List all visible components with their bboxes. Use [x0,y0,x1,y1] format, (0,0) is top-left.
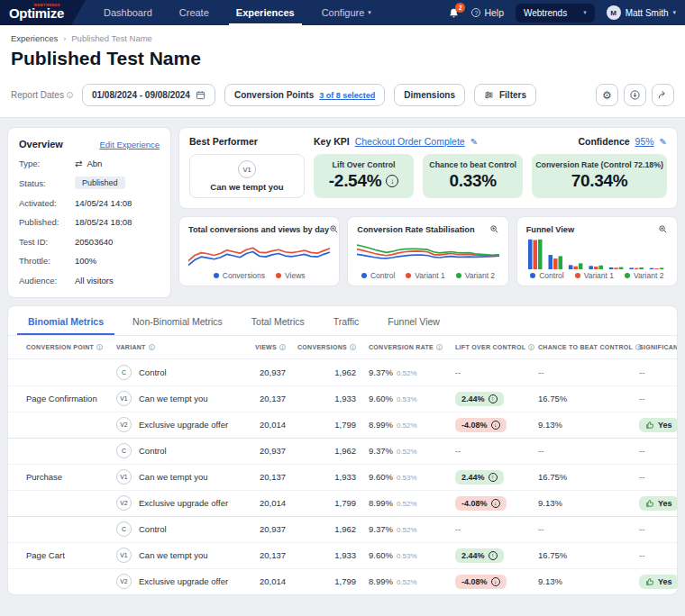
trend-down-icon: ↓ [491,577,500,586]
legend-item[interactable]: Conversions [214,271,265,280]
tab-non-binomial-metrics[interactable]: Non-Binomial Metrics [131,306,224,335]
date-range-value: 01/08/2024 - 09/08/2024 [92,90,190,100]
settings-button[interactable]: ⚙ [596,84,618,106]
chart-title: Total conversions and views by day [188,225,329,234]
tab-traffic[interactable]: Traffic [332,306,361,335]
nav-dashboard[interactable]: Dashboard [104,0,152,25]
workspace-selector[interactable]: Webtrends ▾ [516,4,595,23]
info-icon[interactable]: i [149,344,155,350]
legend-item[interactable]: Variant 1 [406,271,444,280]
table-row: CControl20,9371,9629.37%0.52%------ [8,516,677,542]
kpi-card-label: Chance to beat Control [429,160,516,169]
help-button[interactable]: ? Help [471,7,504,18]
rate-value: 8.99% [369,498,393,508]
info-icon[interactable]: i [528,344,534,350]
info-icon[interactable]: i [96,344,103,350]
nav-configure[interactable]: Configure▾ [322,0,371,25]
variant-name: Control [139,446,167,456]
rate-confidence-interval: 0.52% [397,500,417,508]
trend-up-icon: ↑ [489,473,498,482]
chevron-down-icon: ▾ [583,9,587,16]
user-menu[interactable]: M Matt Smith ▾ [607,5,676,20]
rate-confidence-interval: 0.53% [397,395,417,403]
variant-badge: V2 [116,417,132,432]
legend-item[interactable]: Variant 2 [625,271,663,280]
info-icon[interactable]: i [279,344,286,350]
lift-over-control-card: Lift Over Control -2.54%↓ [314,154,414,198]
edit-pencil-icon[interactable]: ✎ [470,137,478,147]
filters-button[interactable]: Filters [474,84,536,106]
conversion-points-selection-link[interactable]: 3 of 8 selected [319,91,375,100]
lift-over-control-cell: 2.44%↑ [455,470,538,485]
key-kpi-link[interactable]: Checkout Order Complete [355,136,465,147]
table-body: CControl20,9371,9629.37%0.52%------Page … [8,359,677,594]
info-icon[interactable]: i [350,344,356,350]
best-performer-card[interactable]: V1 Can we tempt you [189,154,305,198]
conversions-cell: 1,799 [298,420,369,430]
chart-legend: ControlVariant 1Variant 2 [357,271,498,280]
notifications-button[interactable]: 2 [448,7,460,19]
date-range-picker[interactable]: 01/08/2024 - 09/08/2024 [82,84,215,106]
table-row: CControl20,9371,9629.37%0.52%------ [8,359,677,385]
tab-total-metrics[interactable]: Total Metrics [250,306,306,335]
edit-pencil-icon[interactable]: ✎ [660,137,667,147]
variant-badge: V1 [116,391,132,406]
dimensions-button[interactable]: Dimensions [394,84,465,106]
significant-yes-badge: Yes [639,496,678,511]
variant-name: Exclusive upgrade offer [139,498,228,508]
chevron-down-icon: ▾ [368,9,371,16]
breadcrumb-separator: › [63,34,66,43]
app-logo[interactable]: WEBTRENDS Optimize [0,0,86,25]
main-content: Overview Edit Experience Type:⇄Abn Statu… [0,118,685,298]
table-row: V2Exclusive upgrade offer20,0141,7998.99… [8,412,677,438]
zoom-icon[interactable] [489,224,499,234]
column-header: Conversion Pointi [26,344,116,350]
chance-to-beat-cell: -- [538,524,639,534]
views-cell: 20,937 [244,367,298,377]
legend-label: Control [539,271,563,280]
conversions-cell: 1,799 [298,576,369,586]
variant-badge: V1 [238,160,256,178]
significant-value: Yes [658,421,672,430]
legend-item[interactable]: Variant 2 [456,271,495,280]
chance-to-beat-cell: -- [538,367,639,377]
breadcrumb: Experiences › Published Test Name [11,33,674,43]
lift-over-control-cell: -- [455,524,538,534]
page-header: Experiences › Published Test Name Publis… [0,25,685,78]
tab-binomial-metrics[interactable]: Binomial Metrics [26,306,105,335]
legend-item[interactable]: Views [276,271,306,280]
main-menu: Dashboard Create Experiences Configure▾ [104,0,371,25]
confidence-value-link[interactable]: 95% [635,136,654,147]
info-icon[interactable]: i [436,344,443,350]
legend-label: Variant 2 [465,271,495,280]
edit-experience-link[interactable]: Edit Experience [99,140,160,149]
legend-item[interactable]: Variant 1 [575,271,614,280]
legend-item[interactable]: Control [361,271,395,280]
variant-badge: C [116,443,132,458]
nav-experiences[interactable]: Experiences [236,0,295,25]
lift-badge-up: 2.44%↑ [455,548,504,563]
zoom-icon[interactable] [329,224,339,234]
chart-legend: ConversionsViews [188,271,330,280]
line-chart[interactable] [188,237,330,269]
bar-chart[interactable] [526,237,668,269]
line-chart[interactable] [357,237,498,269]
legend-dot [530,273,535,278]
breadcrumb-experiences[interactable]: Experiences [11,33,58,43]
rate-confidence-interval: 0.52% [397,369,417,377]
share-button[interactable] [652,84,674,106]
kpi-card-value: 70.34% [571,171,628,191]
rate-value: 9.37% [369,367,393,377]
column-header-label: Conversions [297,344,347,350]
download-button[interactable] [624,84,646,106]
table-row: CControl20,9371,9629.37%0.52%------ [8,438,677,464]
legend-item[interactable]: Control [530,271,563,280]
significant-cell: -- [639,550,677,560]
conversion-points-button[interactable]: Conversion Points 3 of 8 selected [224,84,385,106]
rate-value: 8.99% [369,420,393,430]
info-icon[interactable]: i [67,92,73,98]
type-value: Abn [87,159,102,168]
zoom-icon[interactable] [658,224,668,234]
tab-funnel-view[interactable]: Funnel View [386,306,442,335]
nav-create[interactable]: Create [179,0,209,25]
